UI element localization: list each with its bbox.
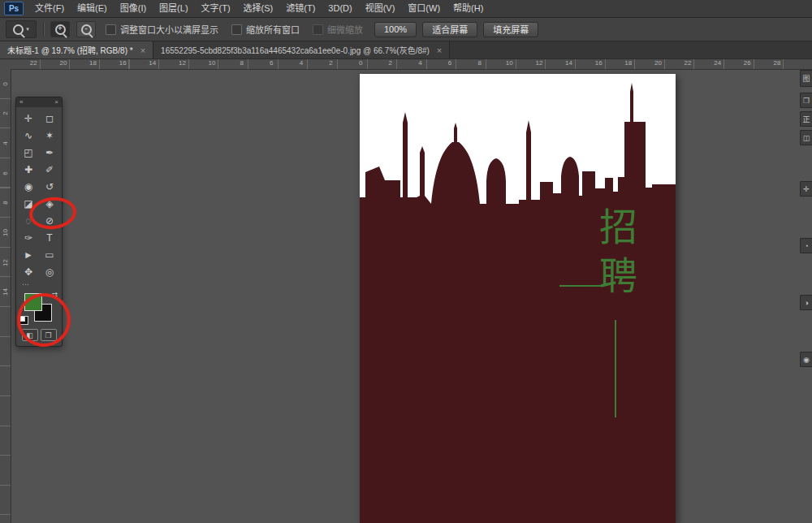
dock-channels-icon[interactable]: ◫ <box>800 130 812 145</box>
tab-close-icon[interactable]: × <box>140 45 145 55</box>
dock-history-icon[interactable]: ◔ <box>800 238 812 253</box>
dock-adjustments-icon[interactable]: ✛ <box>800 181 812 197</box>
menu-file[interactable]: 文件(F) <box>28 0 71 17</box>
ruler-label: 8 <box>464 58 495 68</box>
separator <box>43 22 44 37</box>
zoom-all-windows-checkbox[interactable]: 缩放所有窗口 <box>231 23 300 36</box>
menu-layer[interactable]: 图层(L) <box>153 0 194 17</box>
tool-icon: ⊘ <box>45 215 54 227</box>
resize-windows-checkbox[interactable]: 调整窗口大小以满屏显示 <box>106 23 218 36</box>
lasso-tool[interactable]: ∿ <box>18 127 39 144</box>
palette-bottom: ◧ ❐ <box>16 327 62 346</box>
default-colors-icon[interactable] <box>19 316 28 325</box>
dock-panel-partial-normal[interactable]: 正 <box>800 111 812 127</box>
menu-filter[interactable]: 滤镜(T) <box>279 0 322 17</box>
menu-list: 文件(F)编辑(E)图像(I)图层(L)文字(T)选择(S)滤镜(T)3D(D)… <box>28 0 490 17</box>
fit-screen-button[interactable]: 适合屏幕 <box>422 22 477 37</box>
menu-3d[interactable]: 3D(D) <box>322 0 358 17</box>
dock-panel-partial-top[interactable]: 图 <box>800 70 812 87</box>
dock-color-icon[interactable]: ◑ <box>800 295 812 310</box>
dodge-tool[interactable]: ⊘ <box>39 212 60 229</box>
ruler-label: 12 <box>525 58 555 68</box>
tool-icon: ✑ <box>24 232 32 244</box>
color-swatches: ⇄ <box>19 290 59 327</box>
menu-image[interactable]: 图像(I) <box>114 0 153 17</box>
dock-item-icon: ◉ <box>803 356 810 364</box>
checkbox-box[interactable] <box>313 24 323 35</box>
ruler-label: 14 <box>138 58 168 68</box>
dock-item-icon: ◔ <box>804 242 808 250</box>
ruler-label: 18 <box>614 58 644 68</box>
menu-type[interactable]: 文字(T) <box>195 0 237 17</box>
path-select-tool[interactable]: ► <box>18 246 39 263</box>
checkbox-box[interactable] <box>231 24 242 35</box>
actual-pixels-button[interactable]: 100% <box>374 22 417 37</box>
eraser-tool[interactable]: ◪ <box>18 195 39 212</box>
ruler-label: 16 <box>108 58 138 68</box>
fill-screen-button[interactable]: 填充屏幕 <box>483 22 538 37</box>
tool-icon: ✥ <box>24 266 32 278</box>
menu-window[interactable]: 窗口(W) <box>401 0 447 17</box>
zoom-in-button[interactable]: + <box>50 21 70 37</box>
zoom-tool[interactable]: ◎ <box>39 263 60 280</box>
brush-tool[interactable]: ✐ <box>39 161 60 178</box>
dock-item-icon: ◑ <box>804 299 808 307</box>
foreground-color-swatch[interactable] <box>24 293 42 311</box>
tool-icon: ↺ <box>45 181 54 192</box>
ruler-corner <box>0 58 11 70</box>
tool-icon: ◉ <box>24 181 32 192</box>
shape-tool[interactable]: ▭ <box>39 246 60 263</box>
tab-image-jpg[interactable]: 16552295-5cbd825f3b3a116a4465432ca6a1ee0… <box>153 41 450 58</box>
close-panel-icon[interactable]: × <box>54 97 58 107</box>
pen-tool[interactable]: ✑ <box>18 229 39 246</box>
ruler-label: 26 <box>732 58 762 68</box>
swap-colors-icon[interactable]: ⇄ <box>51 291 58 299</box>
more-tools-icon[interactable]: ⋯ <box>16 280 62 290</box>
magic-wand-tool[interactable]: ✶ <box>39 127 60 144</box>
tool-icon: ✐ <box>45 164 54 175</box>
move-tool[interactable]: ✛ <box>18 110 39 127</box>
ruler-label: 12 <box>167 58 197 68</box>
ruler-top: 2220181614121086420246810121416182022242… <box>11 58 812 70</box>
marquee-tool[interactable]: ◻ <box>39 110 60 127</box>
menu-view[interactable]: 视图(V) <box>359 0 402 17</box>
history-brush-tool[interactable]: ↺ <box>39 178 60 195</box>
tool-icon: ◪ <box>24 198 32 210</box>
tab-title: 16552295-5cbd825f3b3a116a4465432ca6a1ee0… <box>161 44 430 56</box>
zoom-tool-preset-dropdown[interactable]: ▾ <box>6 20 37 38</box>
right-panel-dock: 图 ❐ 正 ◫ ✛ ◔ ◑ ◉ <box>799 69 812 523</box>
dock-panel-icon[interactable]: ❐ <box>800 93 812 108</box>
ruler-label: 10 <box>0 218 11 248</box>
collapse-panel-icon[interactable]: « <box>19 97 23 107</box>
crop-tool[interactable]: ◰ <box>18 144 39 161</box>
quick-mask-button[interactable]: ◧ <box>22 329 38 341</box>
type-tool[interactable]: T <box>39 229 60 246</box>
eyedropper-tool[interactable]: ✒ <box>39 144 60 161</box>
poster-vertical-text: 招聘 <box>596 207 634 305</box>
screen-mode-button[interactable]: ❐ <box>41 329 57 341</box>
tab-untitled-1[interactable]: 未标题-1 @ 19.7% (招聘, RGB/8) * × <box>0 41 153 58</box>
blur-tool[interactable]: ◌ <box>18 212 39 229</box>
checkbox-box[interactable] <box>106 24 116 35</box>
ruler-label: 0 <box>346 58 376 68</box>
menu-bar: Ps 文件(F)编辑(E)图像(I)图层(L)文字(T)选择(S)滤镜(T)3D… <box>0 0 812 18</box>
tab-close-icon[interactable]: × <box>437 45 442 55</box>
healing-brush-tool[interactable]: ✚ <box>18 161 39 178</box>
menu-select[interactable]: 选择(S) <box>237 0 280 17</box>
tool-palette: « × ✛ ◻ ∿ ✶ ◰ ✒ ✚ ✐ ◉ ↺ <box>15 97 63 347</box>
ruler-label: 4 <box>405 58 435 68</box>
document-canvas[interactable]: 招聘 <box>360 74 676 523</box>
menu-edit[interactable]: 编辑(E) <box>71 0 114 17</box>
menu-help[interactable]: 帮助(H) <box>447 0 490 17</box>
ruler-label: 16 <box>584 58 614 68</box>
tool-icon: ✒ <box>45 147 54 158</box>
dock-item-icon: ✛ <box>803 185 810 193</box>
zoom-out-button[interactable]: - <box>76 21 96 37</box>
dock-swatches-icon[interactable]: ◉ <box>800 352 812 367</box>
paint-bucket-tool[interactable]: ◈ <box>39 195 60 212</box>
hand-tool[interactable]: ✥ <box>18 263 39 280</box>
clone-stamp-tool[interactable]: ◉ <box>18 178 39 195</box>
scrubby-zoom-checkbox[interactable]: 细微缩放 <box>313 23 363 36</box>
tool-icon: ◰ <box>24 147 32 158</box>
canvas-area: 招聘 <box>11 69 812 523</box>
